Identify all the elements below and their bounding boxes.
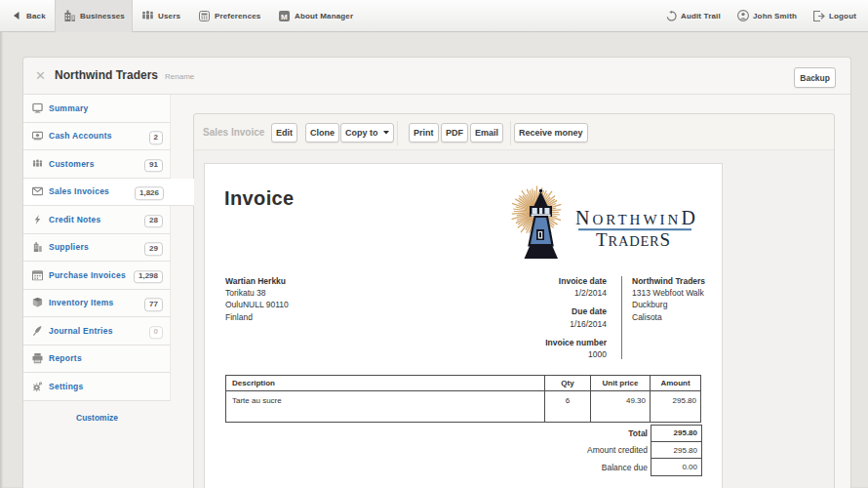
svg-text:M: M — [281, 12, 288, 20]
svg-text:NORTHWIND: NORTHWIND — [575, 207, 698, 228]
svg-text:TRADERS: TRADERS — [596, 229, 671, 250]
